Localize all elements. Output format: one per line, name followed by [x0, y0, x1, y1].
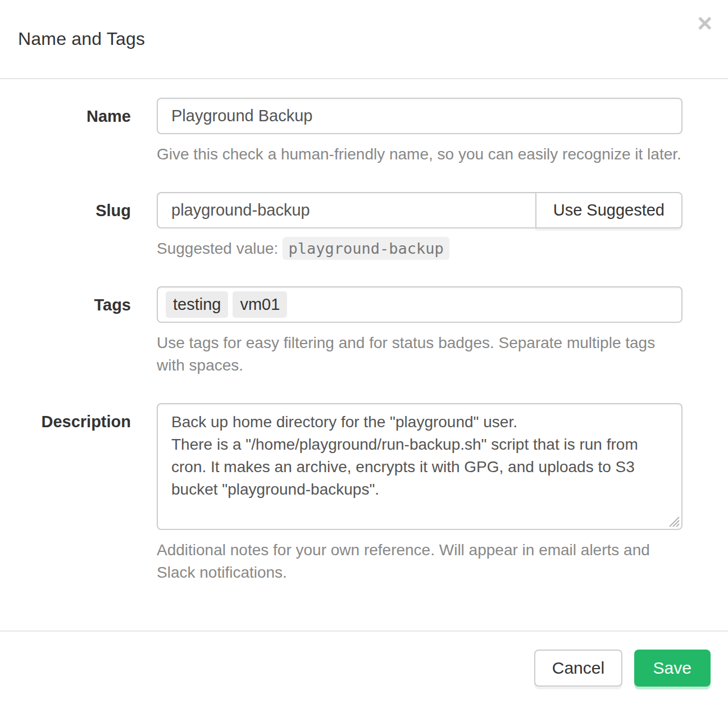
tags-help-text: Use tags for easy filtering and for stat…	[157, 332, 683, 377]
dialog-title: Name and Tags	[18, 29, 145, 49]
description-form-row: Description Additional notes for your ow…	[0, 403, 683, 584]
slug-label: Slug	[0, 192, 131, 221]
tag-chip: testing	[166, 291, 228, 318]
dialog-body: Name Give this check a human-friendly na…	[0, 79, 728, 588]
tags-input[interactable]: testingvm01	[157, 286, 683, 323]
name-help-text: Give this check a human-friendly name, s…	[157, 143, 683, 166]
name-input[interactable]	[157, 98, 683, 134]
dialog-footer: Cancel Save	[0, 630, 728, 704]
slug-input[interactable]	[157, 192, 535, 228]
use-suggested-button[interactable]: Use Suggested	[535, 192, 683, 228]
slug-help-prefix: Suggested value:	[157, 240, 278, 257]
description-field-column: Additional notes for your own reference.…	[157, 403, 683, 584]
slug-help-text: Suggested value:playground-backup	[157, 237, 683, 260]
name-and-tags-dialog: Name and Tags × Name Give this check a h…	[0, 0, 728, 704]
description-textarea[interactable]	[157, 403, 683, 530]
close-icon[interactable]: ×	[697, 10, 712, 36]
tag-chip: vm01	[233, 291, 287, 318]
tags-label: Tags	[0, 286, 131, 315]
name-field-column: Give this check a human-friendly name, s…	[157, 98, 683, 166]
name-form-row: Name Give this check a human-friendly na…	[0, 98, 683, 166]
cancel-button[interactable]: Cancel	[534, 650, 622, 687]
name-label: Name	[0, 98, 131, 126]
tags-field-column: testingvm01 Use tags for easy filtering …	[157, 286, 683, 377]
resize-grip-icon[interactable]	[667, 515, 680, 527]
description-label: Description	[0, 403, 131, 432]
save-button[interactable]: Save	[634, 650, 711, 687]
tags-form-row: Tags testingvm01 Use tags for easy filte…	[0, 286, 683, 377]
description-textarea-wrap	[157, 403, 683, 530]
description-help-text: Additional notes for your own reference.…	[157, 539, 683, 584]
slug-input-group: Use Suggested	[157, 192, 683, 228]
dialog-header: Name and Tags ×	[0, 0, 728, 79]
suggested-slug-value: playground-backup	[283, 237, 449, 260]
slug-form-row: Slug Use Suggested Suggested value:playg…	[0, 192, 683, 260]
slug-field-column: Use Suggested Suggested value:playground…	[157, 192, 683, 260]
